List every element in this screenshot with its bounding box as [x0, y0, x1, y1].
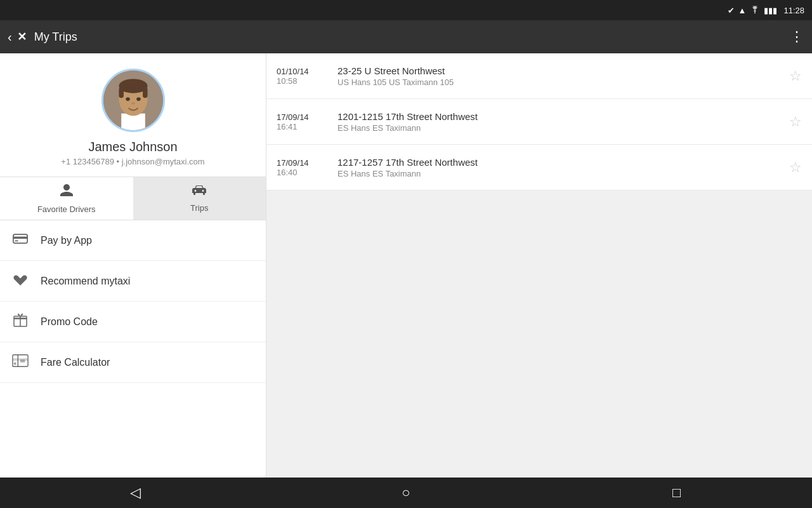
trip-item[interactable]: 17/09/14 16:40 1217-1257 17th Street Nor… — [266, 145, 812, 190]
trip-address: 23-25 U Street Northwest — [337, 65, 789, 76]
trip-time: 16:41 — [277, 122, 327, 131]
bluetooth-icon: ✔ — [728, 6, 735, 15]
menu-item-pay-by-app[interactable]: Pay by App — [0, 220, 266, 261]
trip-date: 01/10/14 — [277, 67, 327, 76]
pay-by-app-label: Pay by App — [41, 235, 92, 246]
trip-item[interactable]: 01/10/14 10:58 23-25 U Street Northwest … — [266, 53, 812, 99]
main-layout: James Johnson +1 123456789 • j.johnson@m… — [0, 53, 812, 478]
trip-time: 10:58 — [277, 76, 327, 86]
signal-icon: ▲ — [738, 6, 747, 15]
pay-icon — [11, 232, 29, 249]
svg-point-7 — [126, 97, 130, 101]
svg-point-8 — [136, 97, 141, 101]
fare-calculator-label: Fare Calculator — [41, 357, 110, 368]
fare-calc-icon — [11, 354, 29, 371]
trip-address: 1217-1257 17th Street Northwest — [337, 157, 789, 168]
back-nav-button[interactable]: ◁ — [120, 478, 150, 508]
trip-date-col: 17/09/14 16:40 — [277, 158, 327, 177]
trip-date: 17/09/14 — [277, 158, 327, 168]
heart-icon — [11, 272, 29, 290]
profile-section: James Johnson +1 123456789 • j.johnson@m… — [0, 53, 266, 177]
trip-info: 1217-1257 17th Street Northwest ES Hans … — [337, 157, 789, 178]
menu-item-fare-calculator[interactable]: Fare Calculator — [0, 342, 266, 383]
trip-time: 16:40 — [277, 168, 327, 177]
tab-favorite-drivers-label: Favorite Drivers — [37, 204, 96, 214]
svg-point-9 — [131, 102, 135, 105]
trip-star-button[interactable]: ☆ — [789, 68, 802, 84]
recent-nav-button[interactable]: □ — [662, 478, 692, 508]
gift-icon — [11, 312, 29, 331]
svg-point-0 — [754, 12, 756, 13]
user-phone: +1 123456789 — [61, 157, 114, 166]
svg-rect-20 — [20, 359, 25, 363]
trip-star-button[interactable]: ☆ — [789, 114, 802, 130]
recommend-label: Recommend mytaxi — [41, 276, 130, 287]
promo-code-label: Promo Code — [41, 316, 98, 328]
menu-list: Pay by App Recommend mytaxi — [0, 220, 266, 383]
tab-trips[interactable]: Trips — [133, 177, 266, 220]
menu-item-recommend[interactable]: Recommend mytaxi — [0, 261, 266, 302]
trip-info: 23-25 U Street Northwest US Hans 105 US … — [337, 65, 789, 87]
app-logo: ✕ — [17, 30, 27, 44]
trip-star-button[interactable]: ☆ — [789, 159, 802, 176]
user-contact-info: +1 123456789 • j.johnson@mytaxi.com — [61, 157, 204, 166]
svg-rect-12 — [15, 240, 18, 241]
car-icon — [191, 184, 207, 201]
trip-date-col: 01/10/14 10:58 — [277, 67, 327, 86]
avatar-image — [103, 70, 163, 130]
trip-driver: ES Hans ES Taximann — [337, 123, 789, 133]
more-menu-button[interactable]: ⋮ — [790, 29, 804, 45]
battery-icon: ▮▮▮ — [764, 6, 777, 15]
trip-date-col: 17/09/14 16:41 — [277, 112, 327, 131]
trip-item[interactable]: 17/09/14 16:41 1201-1215 17th Street Nor… — [266, 99, 812, 145]
trip-address: 1201-1215 17th Street Northwest — [337, 111, 789, 122]
status-bar: ✔ ▲ ▮▮▮ 11:28 — [0, 0, 812, 20]
tab-trips-label: Trips — [190, 203, 208, 213]
menu-item-promo-code[interactable]: Promo Code — [0, 302, 266, 342]
status-time: 11:28 — [783, 6, 804, 15]
right-panel: 01/10/14 10:58 23-25 U Street Northwest … — [266, 53, 812, 478]
left-panel: James Johnson +1 123456789 • j.johnson@m… — [0, 53, 266, 478]
trip-driver: ES Hans ES Taximann — [337, 169, 789, 178]
home-nav-button[interactable]: ○ — [391, 478, 421, 508]
tabs-row: Favorite Drivers Trips — [0, 177, 266, 220]
tab-favorite-drivers[interactable]: Favorite Drivers — [0, 177, 133, 220]
trip-info: 1201-1215 17th Street Northwest ES Hans … — [337, 111, 789, 133]
svg-rect-2 — [121, 114, 145, 130]
svg-rect-6 — [143, 87, 148, 98]
avatar — [102, 69, 165, 132]
svg-rect-11 — [13, 236, 27, 238]
bottom-nav-bar: ◁ ○ □ — [0, 478, 812, 508]
trip-driver: US Hans 105 US Taximann 105 — [337, 77, 789, 87]
svg-rect-5 — [119, 87, 124, 98]
top-bar: ‹ ✕ My Trips ⋮ — [0, 20, 812, 53]
page-title: My Trips — [34, 30, 790, 44]
separator: • — [117, 157, 122, 166]
back-button[interactable]: ‹ — [8, 30, 12, 44]
svg-rect-19 — [14, 362, 16, 364]
user-email: j.johnson@mytaxi.com — [122, 157, 205, 166]
user-name: James Johnson — [88, 140, 177, 154]
wifi-icon — [750, 6, 760, 15]
person-icon — [59, 183, 74, 202]
trip-date: 17/09/14 — [277, 112, 327, 122]
